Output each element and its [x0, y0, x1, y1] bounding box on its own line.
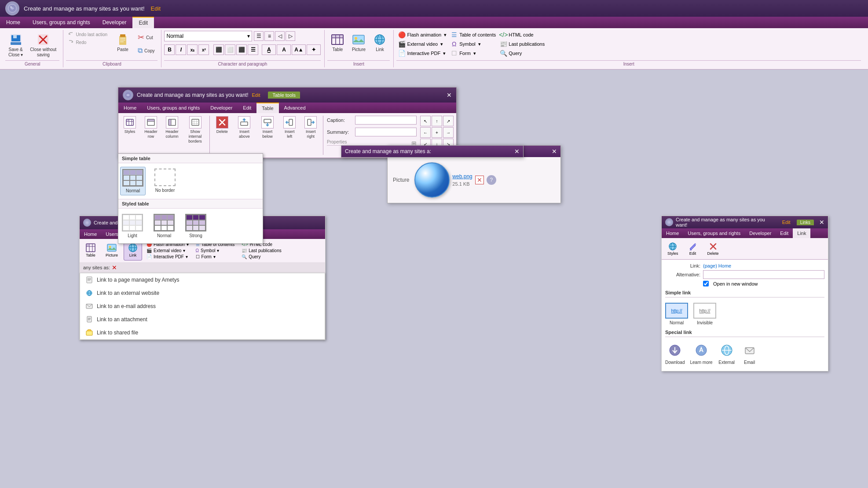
insert-below-btn[interactable]: Insert below: [257, 115, 278, 156]
table-panel-edit[interactable]: Edit: [252, 92, 260, 98]
table-button[interactable]: Table: [327, 31, 348, 54]
align-tc[interactable]: ↑: [432, 116, 442, 126]
link-menu-home[interactable]: Home: [80, 229, 101, 239]
link-dd-email[interactable]: Link to an e-mail address: [80, 300, 325, 313]
link-dd-external[interactable]: Link to an external website: [80, 286, 325, 300]
copy-button[interactable]: ⧉ Copy: [135, 45, 157, 56]
html-button[interactable]: </> HTML code: [498, 31, 546, 39]
indent-less-btn[interactable]: ◁: [275, 31, 285, 41]
header-row-btn[interactable]: Headerrow: [141, 115, 161, 156]
link-lastpub-btn[interactable]: 📰 Last publications: [240, 248, 283, 253]
ls-delete-btn[interactable]: Delete: [703, 240, 723, 257]
style-normal-btn[interactable]: Normal: [120, 167, 146, 195]
ls-email-item[interactable]: Email: [741, 342, 758, 365]
style-strong-btn[interactable]: Strong: [183, 212, 208, 240]
link-button[interactable]: Link: [370, 31, 390, 54]
insert-above-btn[interactable]: Insert above: [234, 115, 255, 156]
paste-button[interactable]: Paste: [112, 31, 134, 54]
ls-menu-developer[interactable]: Developer: [745, 228, 776, 238]
cut-button[interactable]: ✂ Cut: [135, 31, 157, 44]
num-list-btn[interactable]: ≡: [264, 31, 274, 41]
style-styled-normal-btn[interactable]: Normal: [152, 212, 176, 240]
link-content-close-btn[interactable]: ✕: [112, 264, 117, 271]
bold-btn[interactable]: B: [164, 44, 175, 55]
last-pub-button[interactable]: 📰 Last publications: [498, 40, 546, 48]
file-link[interactable]: web.png: [452, 173, 472, 180]
link-newwin-checkbox[interactable]: [703, 281, 709, 286]
redo-button[interactable]: Redo: [66, 39, 109, 46]
align-ml[interactable]: ←: [420, 127, 431, 138]
ls-learn-item[interactable]: Learn more: [690, 342, 712, 365]
table-menu-advanced[interactable]: Advanced: [279, 103, 311, 113]
align-right-btn[interactable]: ⬛: [236, 44, 247, 55]
ls-styles-btn[interactable]: Styles: [663, 240, 682, 257]
menu-users[interactable]: Users, groups and rights: [26, 17, 96, 28]
color1-btn[interactable]: A̲: [262, 44, 276, 55]
query-button[interactable]: 🔍 Query: [498, 49, 546, 57]
link-form-btn[interactable]: ☐ Form ▾: [194, 254, 237, 260]
insert-right-btn[interactable]: Insert right: [301, 115, 320, 156]
link-table-btn[interactable]: Table: [81, 241, 100, 261]
video-button[interactable]: 🎬 External video ▾: [396, 40, 448, 48]
form-button[interactable]: ☐ Form ▾: [449, 49, 498, 57]
ls-download-item[interactable]: Download: [665, 342, 685, 365]
menu-home[interactable]: Home: [0, 17, 26, 28]
picture-help-btn[interactable]: ?: [487, 175, 496, 185]
color3-btn[interactable]: A▲: [292, 44, 306, 55]
delete-btn[interactable]: Delete: [212, 115, 232, 156]
style-dropdown[interactable]: Normal ▾: [164, 31, 252, 41]
color4-btn[interactable]: ✦: [307, 44, 321, 55]
link-video-btn[interactable]: 🎬 External video ▾: [145, 248, 190, 253]
close-button[interactable]: Close withoutsaving: [27, 31, 59, 59]
table-menu-home[interactable]: Home: [118, 103, 142, 113]
table-panel-close[interactable]: ✕: [447, 92, 452, 99]
symbol-button[interactable]: Ω Symbol ▾: [449, 40, 498, 48]
align-left-btn[interactable]: ⬛: [213, 44, 224, 55]
flash-button[interactable]: 🔴 Flash animation ▾: [396, 31, 448, 39]
link-alt-input[interactable]: [703, 270, 824, 279]
justify-btn[interactable]: ☰: [248, 44, 258, 55]
insert-left-btn[interactable]: Insert left: [280, 115, 299, 156]
header-col-btn[interactable]: Headercolumn: [162, 115, 182, 156]
ls-invisible-item[interactable]: http:// Invisible: [693, 303, 716, 325]
table-menu-developer[interactable]: Developer: [205, 103, 238, 113]
table-menu-edit[interactable]: Edit: [238, 103, 256, 113]
link-dd-page[interactable]: Link to a page managed by Ametys: [80, 273, 325, 286]
toc-button[interactable]: ☰ Table of contents: [449, 31, 498, 39]
link-dd-shared[interactable]: Link to shared file: [80, 326, 325, 339]
menu-developer[interactable]: Developer: [96, 17, 133, 28]
ls-normal-item[interactable]: http:// Normal: [665, 303, 688, 325]
table-menu-users[interactable]: Users, groups and rights: [142, 103, 205, 113]
link-dd-attachment[interactable]: Link to an attachment: [80, 313, 325, 326]
ls-edit-btn[interactable]: Edit: [684, 240, 702, 257]
style-noborder-btn[interactable]: No border: [153, 167, 177, 195]
align-center-btn[interactable]: ⬜: [225, 44, 235, 55]
align-tl[interactable]: ↖: [420, 116, 431, 126]
table-menu-table[interactable]: Table: [256, 103, 278, 113]
caption-input[interactable]: [355, 116, 417, 125]
color2-btn[interactable]: A: [277, 44, 291, 55]
picture-button[interactable]: Picture: [348, 31, 369, 54]
ls-external-item[interactable]: External: [718, 342, 736, 365]
style-light-btn[interactable]: Light: [120, 212, 145, 240]
align-mr[interactable]: →: [443, 127, 454, 138]
picture-right-close[interactable]: ✕: [514, 148, 520, 155]
undo-button[interactable]: Undo last action: [66, 31, 109, 38]
show-internal-btn[interactable]: Show internalborders: [183, 115, 207, 156]
subscript-btn[interactable]: x₂: [187, 44, 198, 55]
ls-menu-edit[interactable]: Edit: [776, 228, 793, 238]
italic-btn[interactable]: I: [176, 44, 186, 55]
link-styles-close[interactable]: ✕: [819, 219, 824, 226]
title-edit-label[interactable]: Edit: [151, 5, 161, 12]
ls-menu-link[interactable]: Link: [793, 228, 810, 238]
pdf-button[interactable]: 📄 Interactive PDF ▾: [396, 49, 448, 57]
superscript-btn[interactable]: x²: [198, 44, 209, 55]
ls-menu-home[interactable]: Home: [662, 228, 683, 238]
link-styles-edit[interactable]: Edit: [782, 220, 791, 225]
table-styles-btn[interactable]: Styles: [120, 115, 139, 156]
link-symbol-btn[interactable]: Ω Symbol ▾: [194, 248, 237, 253]
bullet-list-btn[interactable]: ☰: [254, 31, 264, 41]
remove-file-btn[interactable]: ✕: [475, 176, 484, 184]
menu-edit[interactable]: Edit: [132, 17, 154, 28]
picture-left-close[interactable]: ✕: [552, 148, 557, 155]
